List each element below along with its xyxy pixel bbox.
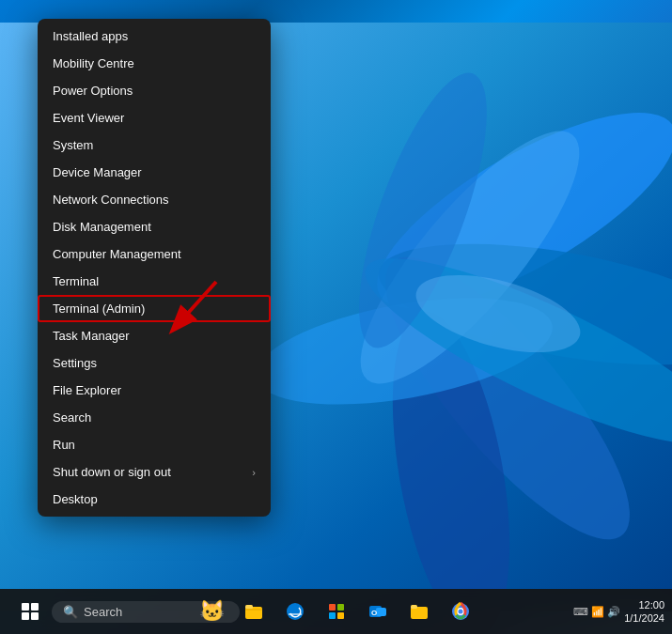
taskbar-search-label: Search: [84, 605, 122, 619]
windows-logo-icon: [22, 603, 39, 620]
menu-item-network-connections[interactable]: Network Connections: [38, 186, 271, 213]
menu-item-label: File Explorer: [53, 383, 121, 397]
svg-rect-16: [337, 604, 344, 611]
menu-item-run[interactable]: Run: [38, 431, 271, 458]
menu-item-desktop[interactable]: Desktop: [38, 486, 271, 513]
menu-item-mobility-centre[interactable]: Mobility Centre: [38, 50, 271, 77]
menu-item-event-viewer[interactable]: Event Viewer: [38, 104, 271, 131]
menu-item-disk-management[interactable]: Disk Management: [38, 213, 271, 240]
menu-item-label: Power Options: [53, 84, 133, 98]
system-tray: ⌨ 📶 🔊: [573, 606, 620, 618]
menu-item-computer-management[interactable]: Computer Management: [38, 240, 271, 268]
taskbar: 🔍 Search 🐱: [0, 589, 672, 634]
menu-item-task-manager[interactable]: Task Manager: [38, 322, 271, 349]
taskbar-store-icon[interactable]: [318, 593, 355, 630]
menu-item-system[interactable]: System: [38, 131, 271, 159]
taskbar-files-icon[interactable]: [235, 593, 273, 630]
menu-item-label: Desktop: [53, 492, 98, 506]
menu-item-label: Terminal: [53, 274, 99, 288]
svg-rect-23: [411, 605, 417, 609]
menu-item-label: Network Connections: [53, 193, 169, 207]
taskbar-edge-icon[interactable]: [276, 593, 314, 630]
clock: 12:001/1/2024: [624, 598, 664, 626]
svg-rect-13: [245, 605, 253, 609]
menu-item-label: Computer Management: [53, 247, 181, 261]
menu-item-label: Settings: [53, 356, 97, 370]
menu-item-terminal-admin[interactable]: Terminal (Admin): [38, 295, 271, 322]
svg-rect-17: [329, 612, 336, 619]
menu-item-installed-apps[interactable]: Installed apps: [38, 23, 271, 50]
menu-item-label: Installed apps: [53, 29, 128, 43]
menu-item-label: Search: [53, 410, 91, 425]
menu-item-settings[interactable]: Settings: [38, 349, 271, 377]
menu-item-terminal[interactable]: Terminal: [38, 268, 271, 295]
svg-rect-18: [337, 612, 344, 619]
menu-item-label: Disk Management: [53, 220, 151, 234]
chevron-right-icon: ›: [252, 467, 256, 478]
menu-item-power-options[interactable]: Power Options: [38, 77, 271, 104]
menu-item-search[interactable]: Search: [38, 404, 271, 431]
desktop: Installed appsMobility CentrePower Optio…: [0, 0, 672, 634]
svg-text:O: O: [371, 609, 377, 617]
menu-item-device-manager[interactable]: Device Manager: [38, 159, 271, 186]
svg-point-26: [458, 610, 462, 614]
start-button[interactable]: [11, 593, 49, 630]
menu-item-label: Terminal (Admin): [53, 302, 145, 316]
menu-item-label: Shut down or sign out: [53, 465, 171, 479]
svg-rect-15: [329, 604, 336, 611]
menu-item-label: Event Viewer: [53, 111, 124, 125]
taskbar-search[interactable]: 🔍 Search: [52, 601, 240, 623]
context-menu: Installed appsMobility CentrePower Optio…: [38, 19, 271, 517]
svg-rect-20: [376, 608, 386, 616]
taskbar-outlook-icon[interactable]: O: [359, 593, 397, 630]
menu-item-label: Device Manager: [53, 165, 142, 179]
menu-item-label: Mobility Centre: [53, 56, 134, 70]
taskbar-chrome-icon[interactable]: [442, 593, 479, 630]
taskbar-explorer-icon[interactable]: [400, 593, 438, 630]
menu-item-label: System: [53, 138, 93, 152]
menu-item-file-explorer[interactable]: File Explorer: [38, 377, 271, 404]
menu-item-shut-down-or-sign-out[interactable]: Shut down or sign out›: [38, 458, 271, 486]
menu-item-label: Task Manager: [53, 329, 130, 343]
search-icon: 🔍: [63, 605, 78, 619]
menu-item-label: Run: [53, 438, 75, 452]
